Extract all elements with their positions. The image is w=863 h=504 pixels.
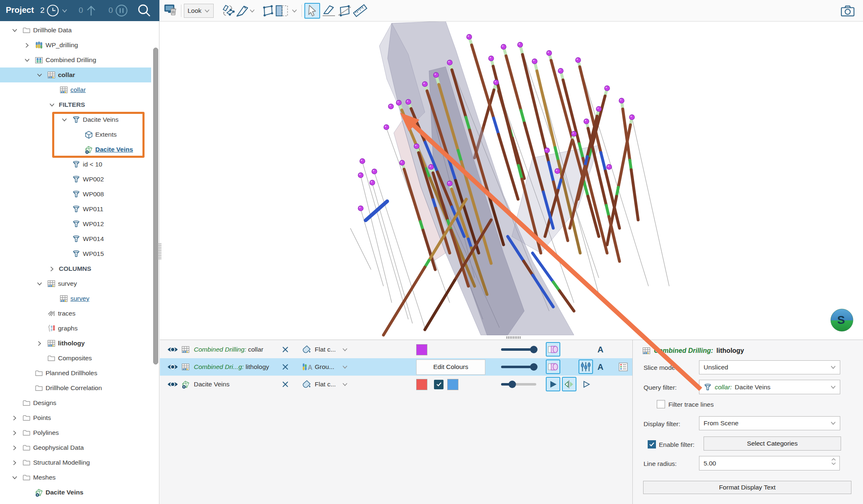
cycle-slicer-button[interactable]: [220, 3, 236, 19]
tree-item-survey[interactable]: survey: [0, 291, 151, 306]
scene-splitter-handle[interactable]: [506, 336, 521, 339]
opacity-slider[interactable]: [501, 341, 537, 358]
format-display-text-button[interactable]: Format Display Text: [643, 481, 851, 494]
back-face-toggle[interactable]: [579, 377, 593, 391]
tree-item-wp002[interactable]: WP002: [0, 172, 151, 187]
tree-item-drillhole-data[interactable]: Drillhole Data: [0, 23, 151, 38]
tree-item-lithology[interactable]: lithology: [0, 336, 151, 351]
tree-item-structural-modelling[interactable]: Structural Modelling: [0, 455, 151, 470]
select-categories-button[interactable]: Select Categories: [704, 436, 841, 451]
filter-values-toggle[interactable]: [579, 359, 593, 374]
tree-chevron-down-icon[interactable]: [22, 58, 32, 62]
tree-chevron-down-icon[interactable]: [59, 118, 70, 122]
tree-item-planned-drillholes[interactable]: Planned Drillholes: [0, 366, 151, 381]
edit-colours-button[interactable]: Edit Colours: [416, 359, 485, 375]
tree-item-wp015[interactable]: WP015: [0, 246, 151, 261]
flip-faces-toggle[interactable]: [562, 377, 576, 391]
tree-item-filters[interactable]: FILTERS: [0, 97, 151, 112]
tree-chevron-right-icon[interactable]: [9, 430, 20, 436]
flat-cylinders-toggle[interactable]: [546, 342, 560, 357]
inside-colour-swatch[interactable]: [416, 379, 427, 390]
tree-item-composites[interactable]: Composites: [0, 351, 151, 366]
tree-item-wp012[interactable]: WP012: [0, 217, 151, 232]
tree-item-designs[interactable]: Designs: [0, 395, 151, 410]
pause-icon[interactable]: [115, 4, 128, 17]
remove-from-scene-button[interactable]: [282, 341, 292, 358]
slicer-chevron-icon[interactable]: [248, 3, 256, 19]
tree-item-collar[interactable]: collar: [0, 82, 151, 97]
recent-scenes-chevron-icon[interactable]: [62, 9, 67, 13]
shape-row-lithology[interactable]: Combined Dri...g: lithologyAGrou...Edit …: [160, 358, 632, 376]
draw-slicer-line-button[interactable]: [321, 3, 337, 19]
scene-3d-viewport[interactable]: S: [160, 21, 863, 340]
tree-item-dacite-veins[interactable]: Dacite Veins: [0, 142, 151, 157]
outside-colour-swatch[interactable]: [447, 379, 458, 390]
tree-chevron-right-icon[interactable]: [9, 445, 20, 451]
remove-from-scene-button[interactable]: [282, 376, 292, 393]
tree-item-wp014[interactable]: WP014: [0, 232, 151, 246]
select-tool-button[interactable]: [304, 3, 320, 19]
tree-chevron-right-icon[interactable]: [46, 266, 57, 272]
enable-filter-checkbox[interactable]: [648, 440, 656, 449]
colour-mode-dropdown[interactable]: Flat c...: [315, 341, 340, 358]
visibility-eye-button[interactable]: [167, 376, 180, 393]
draw-slicer-plane-button[interactable]: [337, 3, 352, 19]
front-face-toggle[interactable]: [546, 377, 560, 391]
tree-item-geophysical-data[interactable]: Geophysical Data: [0, 440, 151, 455]
colour-mode-chevron-icon[interactable]: [342, 376, 350, 393]
query-filter-dropdown[interactable]: collar: Dacite Veins: [699, 380, 840, 394]
tree-item-graphs[interactable]: graphs: [0, 321, 151, 336]
tree-item-extents[interactable]: Extents: [0, 127, 151, 142]
upload-arrow-icon[interactable]: [85, 4, 97, 17]
tree-item-combined-drilling[interactable]: Combined Drilling: [0, 53, 151, 68]
tree-chevron-down-icon[interactable]: [9, 29, 20, 32]
recent-scenes-icon[interactable]: [46, 4, 60, 17]
tree-item-polylines[interactable]: Polylines: [0, 425, 151, 440]
colour-mode-chevron-icon[interactable]: [342, 341, 350, 358]
tree-item-id-10[interactable]: id < 10: [0, 157, 151, 172]
opacity-slider[interactable]: [501, 358, 537, 376]
clip-box-button[interactable]: [275, 3, 290, 19]
measure-tool-button[interactable]: [352, 3, 368, 19]
tree-item-dacite-veins[interactable]: Dacite Veins: [0, 485, 151, 500]
colour-mode-chevron-icon[interactable]: [342, 358, 350, 376]
spinner-up-icon[interactable]: [831, 458, 836, 461]
search-icon[interactable]: [137, 3, 151, 18]
tree-item-meshes[interactable]: Meshes: [0, 470, 151, 485]
tree-item-points[interactable]: Points: [0, 410, 151, 425]
clip-box-chevron-icon[interactable]: [290, 3, 299, 19]
tree-chevron-right-icon[interactable]: [9, 415, 20, 421]
show-legend-toggle[interactable]: [616, 359, 630, 374]
tree-item-wp011[interactable]: WP011: [0, 202, 151, 217]
spinner-down-icon[interactable]: [831, 462, 836, 465]
show-labels-toggle[interactable]: A: [593, 359, 607, 374]
tree-scrollbar[interactable]: [153, 48, 158, 364]
colour-mode-dropdown[interactable]: Flat c...: [315, 376, 340, 393]
slice-mode-dropdown[interactable]: Unsliced: [699, 360, 840, 374]
filter-trace-lines-checkbox[interactable]: [657, 400, 665, 408]
tree-chevron-down-icon[interactable]: [9, 476, 20, 480]
shape-row-dacite-veins[interactable]: Dacite VeinsFlat c...: [160, 376, 632, 393]
two-sided-checkbox[interactable]: [434, 380, 444, 389]
display-filter-dropdown[interactable]: From Scene: [699, 416, 840, 430]
flat-cylinders-toggle[interactable]: [546, 359, 560, 374]
look-dropdown[interactable]: Look: [184, 4, 214, 18]
show-labels-toggle[interactable]: A: [593, 342, 607, 357]
clear-scene-button[interactable]: [164, 3, 179, 19]
tree-chevron-down-icon[interactable]: [34, 282, 45, 286]
tree-chevron-right-icon[interactable]: [22, 43, 32, 48]
tree-item-traces[interactable]: traces: [0, 306, 151, 321]
sidebar-splitter-handle[interactable]: [158, 244, 162, 260]
shape-row-collar[interactable]: Combined Drilling: collarFlat c...A: [160, 341, 632, 358]
line-radius-input[interactable]: 5.00: [699, 456, 840, 470]
tree-item-wp-drilling[interactable]: WP_drilling: [0, 38, 151, 53]
colour-swatch[interactable]: [416, 344, 427, 355]
opacity-slider[interactable]: [501, 376, 537, 393]
line-radius-spinner[interactable]: [831, 458, 836, 465]
draw-plane-button[interactable]: [260, 3, 276, 19]
tree-item-wp008[interactable]: WP008: [0, 187, 151, 202]
screenshot-camera-button[interactable]: [840, 3, 856, 19]
tree-item-drillhole-correlation[interactable]: Drillhole Correlation: [0, 381, 151, 395]
visibility-eye-button[interactable]: [167, 341, 180, 358]
tree-chevron-down-icon[interactable]: [46, 103, 57, 107]
